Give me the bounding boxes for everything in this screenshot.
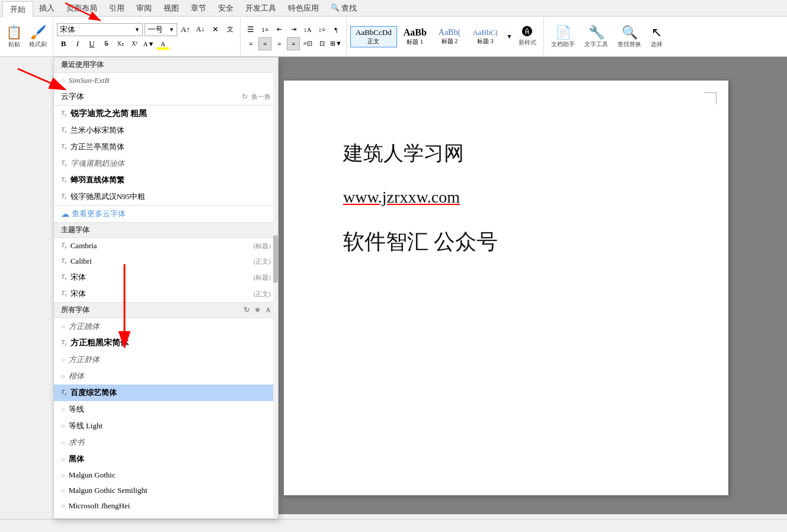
cloud-font-3[interactable]: Tr 方正兰亭黑简体 — [54, 139, 278, 155]
tab-developer[interactable]: 开发工具 — [239, 1, 282, 16]
cloud-font-1[interactable]: Tr 锐字迪荒之光简 粗黑 — [54, 105, 278, 122]
show-marks-button[interactable]: ¶ — [329, 23, 343, 36]
sort-button[interactable]: ↕A — [301, 23, 314, 36]
font-size-increase[interactable]: A↑ — [179, 23, 192, 36]
align-right-button[interactable]: ≡ — [273, 37, 286, 50]
dropdown-scrollbar[interactable] — [273, 57, 278, 518]
cloud-font-4[interactable]: Tr 字魂莆鹅奶油体 — [54, 155, 278, 172]
cloud-icon: ☁ — [61, 209, 69, 219]
distributed-button[interactable]: ≡⊡ — [301, 37, 314, 50]
recent-font-cloud[interactable]: 云字体 ↻ 换一换 — [54, 88, 278, 105]
tab-settings-button[interactable]: ⊡ — [315, 37, 328, 50]
style-dropdown-arrow[interactable]: ▼ — [504, 19, 514, 54]
all-font-2[interactable]: Tr 方正粗黑宋简体 — [54, 335, 278, 351]
select-icon: ↖ — [651, 25, 662, 40]
tab-find[interactable]: 🔍 查找 — [325, 1, 363, 16]
text-tools-button[interactable]: 🔧 文字工具 — [581, 24, 612, 50]
indent-decrease-button[interactable]: ⇤ — [273, 23, 286, 36]
highlight-button[interactable]: A — [156, 37, 169, 50]
format-brush-button[interactable]: 🖌️ 格式刷 — [27, 24, 49, 50]
indent-increase-button[interactable]: ⇥ — [287, 23, 300, 36]
refresh-all-icon[interactable]: ↻ — [244, 306, 249, 315]
font-size-arrow[interactable]: ▼ — [169, 27, 174, 33]
style-normal[interactable]: AaBbCcDd 正文 — [350, 26, 397, 47]
tab-special[interactable]: 特色应用 — [282, 1, 325, 16]
tab-review[interactable]: 审阅 — [130, 1, 158, 16]
tab-insert[interactable]: 插入 — [33, 1, 60, 16]
all-font-11[interactable]: ○ Malgun Gothic Semilight — [54, 483, 278, 498]
circle-icon-a12: ○ — [61, 502, 65, 509]
theme-font-1[interactable]: Tr Cambria (标题) — [54, 238, 278, 254]
find-replace-button[interactable]: 🔍 查找替换 — [614, 24, 645, 50]
border-button[interactable]: ⊞▼ — [329, 37, 343, 50]
style-heading3[interactable]: AaBbC( 标题 3 — [467, 26, 503, 47]
line-spacing-button[interactable]: ↕≡ — [315, 23, 328, 36]
style-heading1[interactable]: AaBb 标题 1 — [398, 25, 432, 48]
italic-button[interactable]: I — [71, 37, 84, 50]
paste-button[interactable]: 📋 粘贴 — [4, 24, 24, 50]
clipboard-group: 📋 粘贴 🖌️ 格式刷 — [0, 18, 53, 55]
theme-font-3[interactable]: Tr 宋体 (标题) — [54, 269, 278, 286]
all-font-13[interactable]: ○ Microsoft JhengHei Light — [54, 514, 278, 519]
circle-icon-a1: ○ — [61, 323, 65, 330]
cloud-font-5[interactable]: Tr 蝉羽直线体简繁 — [54, 172, 278, 188]
tab-home[interactable]: 开始 — [2, 1, 33, 17]
circle-icon-a4: ○ — [61, 373, 65, 380]
clear-format-button[interactable]: ✕ — [209, 23, 222, 36]
list-button[interactable]: ☰ — [244, 23, 257, 36]
cloud-font-2[interactable]: Tr 兰米小标宋简体 — [54, 122, 278, 139]
style-gallery-group: AaBbCcDd 正文 AaBb 标题 1 AaBb( 标题 2 AaBbC( … — [347, 18, 544, 55]
strikethrough-button[interactable]: S̶ — [100, 37, 113, 50]
tr-icon-4: Tr — [61, 159, 67, 168]
margin-marker-tr — [705, 92, 716, 104]
align-center-button[interactable]: ≡ — [258, 37, 271, 50]
underline-button[interactable]: U — [85, 37, 98, 50]
font-dropdown-panel[interactable]: 最近使用字体 ○ SimSun-ExtB 云字体 ↻ 换一换 Tr 锐字迪荒之光… — [53, 57, 279, 519]
font-size-input[interactable]: 一号 ▼ — [145, 23, 177, 36]
numbered-list-button[interactable]: 1≡ — [258, 23, 271, 36]
theme-fonts-header: 主题字体 — [54, 223, 278, 238]
all-font-3[interactable]: ○ 方正舒体 — [54, 351, 278, 368]
color-button[interactable]: A▼ — [142, 37, 155, 50]
star-icon[interactable]: ★ — [254, 306, 261, 315]
font-size-decrease[interactable]: A↓ — [194, 23, 207, 36]
refresh-icon[interactable]: ↻ — [242, 92, 248, 101]
align-left-button[interactable]: ≡ — [244, 37, 257, 50]
recent-font-1[interactable]: ○ SimSun-ExtB — [54, 73, 278, 88]
cloud-font-6[interactable]: Tr 锐字驰黑武汉N95中粗 — [54, 188, 278, 206]
collapse-icon[interactable]: ∧ — [265, 306, 271, 315]
all-font-12[interactable]: ○ Microsoft JhengHei — [54, 498, 278, 514]
all-font-5-highlighted[interactable]: Tr 百度综艺简体 — [54, 384, 278, 401]
find-replace-icon: 🔍 — [622, 25, 638, 40]
tab-security[interactable]: 安全 — [212, 1, 239, 16]
all-font-6[interactable]: ○ 等线 — [54, 401, 278, 418]
subscript-button[interactable]: X₂ — [114, 37, 127, 50]
doc-assistant-button[interactable]: 📄 文档助手 — [548, 24, 578, 50]
style-heading2[interactable]: AaBb( 标题 2 — [433, 26, 466, 47]
select-button[interactable]: ↖ 选择 — [647, 24, 666, 50]
see-more-cloud-link[interactable]: ☁ 查看更多云字体 — [54, 206, 278, 223]
all-font-9[interactable]: ○ 黑体 — [54, 451, 278, 467]
tr-icon-t4: Tr — [61, 289, 67, 298]
justify-button[interactable]: ≡ — [287, 37, 300, 50]
theme-font-2[interactable]: Tr Calibri (正文) — [54, 254, 278, 269]
all-font-7[interactable]: ○ 等线 Light — [54, 418, 278, 434]
scrollbar-thumb[interactable] — [273, 235, 278, 283]
tab-view[interactable]: 视图 — [158, 1, 185, 16]
all-font-10[interactable]: ○ Malgun Gothic — [54, 467, 278, 483]
search-icon: 🔍 — [331, 4, 340, 12]
all-font-8[interactable]: ○ 求书 — [54, 434, 278, 451]
phonetic-guide[interactable]: 文 — [223, 23, 236, 36]
tr-icon-t2: Tr — [61, 257, 67, 265]
font-dropdown-arrow[interactable]: ▼ — [135, 27, 140, 33]
tr-icon-6: Tr — [61, 192, 67, 201]
superscript-button[interactable]: X² — [128, 37, 141, 50]
theme-font-4[interactable]: Tr 宋体 (正文) — [54, 286, 278, 303]
tab-chapter[interactable]: 章节 — [185, 1, 212, 16]
bold-button[interactable]: B — [57, 37, 70, 50]
document-page: 建筑人学习网 www.jzrxxw.com 软件智汇 公众号 — [284, 81, 728, 495]
all-font-1[interactable]: ○ 方正姚体 — [54, 318, 278, 335]
new-style-button[interactable]: 🅐 新样式 — [515, 25, 540, 48]
ribbon-content: 📋 粘贴 🖌️ 格式刷 宋体 — [0, 17, 787, 57]
all-font-4[interactable]: ○ 楷体 — [54, 368, 278, 384]
